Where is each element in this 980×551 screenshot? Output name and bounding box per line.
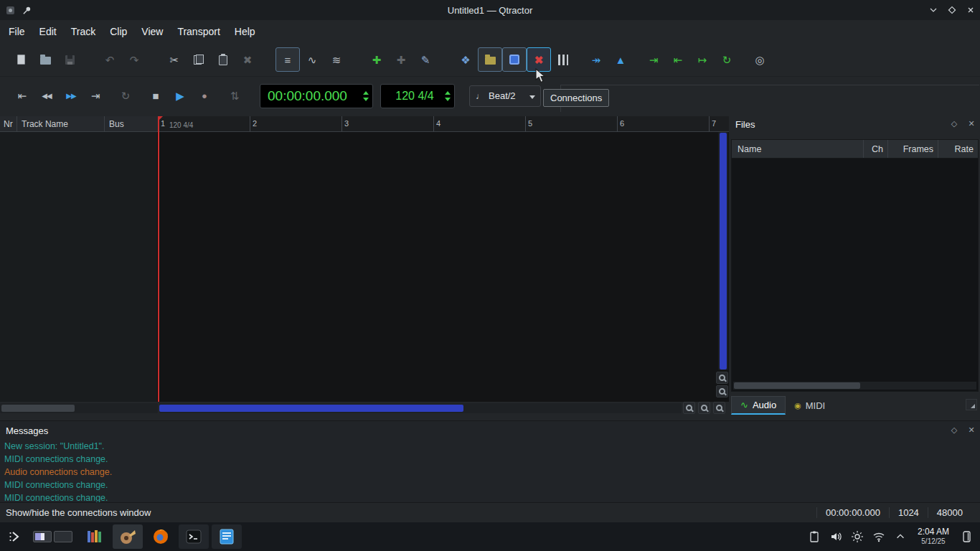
zoom-reset-button[interactable] — [713, 402, 725, 414]
track-list-hscrollbar-thumb[interactable] — [1, 405, 75, 412]
horizontal-zoom-in-button[interactable] — [698, 402, 710, 414]
view-messages-button[interactable]: ❖ — [453, 47, 478, 72]
spin-up-icon[interactable] — [445, 91, 451, 95]
night-color-tray-button[interactable] — [848, 527, 867, 546]
loop-toggle-button[interactable]: ↻ — [113, 84, 138, 108]
view-files-button[interactable] — [478, 47, 502, 72]
files-column-ch[interactable]: Ch — [863, 140, 887, 158]
task-firefox[interactable] — [146, 524, 176, 549]
snap-combobox[interactable]: ♩ Beat/2 — [469, 85, 541, 107]
vertical-zoom-out-button[interactable] — [716, 385, 728, 397]
task-konsole[interactable] — [179, 524, 209, 549]
files-hscrollbar-thumb[interactable] — [734, 382, 860, 389]
desktop-1[interactable] — [33, 531, 52, 542]
play-button[interactable]: ▶ — [168, 84, 192, 108]
track-list-hscrollbar[interactable] — [0, 403, 158, 413]
files-column-rate[interactable]: Rate — [938, 140, 978, 158]
remove-track-button[interactable]: ✚ — [389, 47, 413, 72]
expand-tray-button[interactable] — [891, 527, 910, 546]
view-connections-button[interactable]: ✖ — [527, 47, 551, 72]
column-nr[interactable]: Nr — [0, 116, 17, 131]
go-to-end-button[interactable]: ⇥ — [83, 84, 108, 108]
save-session-button[interactable] — [57, 47, 82, 72]
clock-widget[interactable]: 2:04 AM 5/12/25 — [913, 527, 954, 545]
spin-up-icon[interactable] — [363, 91, 369, 95]
record-button[interactable]: ● — [192, 84, 217, 108]
select-mode-clip-button[interactable]: ≡ — [275, 47, 300, 72]
paste-button[interactable] — [211, 47, 235, 72]
column-track-name[interactable]: Track Name — [17, 116, 105, 131]
time-spinner[interactable] — [363, 85, 369, 108]
menu-transport[interactable]: Transport — [170, 20, 227, 43]
timeline-hscrollbar-thumb[interactable] — [159, 405, 463, 412]
vertical-zoom-in-button[interactable] — [716, 372, 728, 384]
float-panel-button[interactable]: ◇ — [948, 424, 960, 435]
menu-help[interactable]: Help — [227, 20, 263, 43]
close-panel-button[interactable]: ✕ — [966, 424, 977, 435]
select-mode-rect-button[interactable]: ≋ — [324, 47, 349, 72]
stop-button[interactable]: ■ — [143, 84, 168, 108]
tempo-display[interactable]: 120 4/4 — [380, 84, 455, 108]
metronome-button[interactable]: ◎ — [748, 47, 772, 72]
column-bus[interactable]: Bus — [105, 116, 158, 131]
close-panel-button[interactable]: ✕ — [966, 118, 977, 129]
auto-backward-button[interactable]: ▲ — [608, 47, 633, 72]
cut-button[interactable]: ✂ — [162, 47, 187, 72]
redo-button[interactable]: ↷ — [122, 47, 146, 72]
maximize-button[interactable] — [944, 2, 960, 18]
time-display[interactable]: 00:00:00.000 — [260, 84, 373, 108]
loop-set-end-button[interactable]: ↦ — [690, 47, 715, 72]
menu-track[interactable]: Track — [64, 20, 103, 43]
go-to-start-button[interactable]: ⇤ — [10, 84, 34, 108]
timeline-hscrollbar[interactable] — [159, 403, 682, 413]
task-qtractor[interactable] — [113, 524, 143, 549]
close-button[interactable] — [963, 2, 979, 18]
task-text-editor[interactable] — [212, 524, 242, 549]
select-mode-range-button[interactable]: ∿ — [300, 47, 324, 72]
app-launcher-button[interactable] — [3, 524, 27, 549]
panel-settings-button[interactable] — [957, 527, 976, 546]
track-properties-button[interactable]: ✎ — [413, 47, 438, 72]
new-session-button[interactable] — [9, 47, 33, 72]
tab-audio[interactable]: ∿ Audio — [731, 396, 786, 415]
menu-file[interactable]: File — [1, 20, 32, 43]
spin-down-icon[interactable] — [445, 98, 451, 101]
fast-forward-button[interactable]: ▶▶ — [59, 84, 83, 108]
files-column-name[interactable]: Name — [732, 144, 863, 154]
desktop-2[interactable] — [54, 531, 72, 542]
track-list[interactable] — [0, 132, 158, 402]
loop-button[interactable]: ↻ — [715, 47, 739, 72]
menu-clip[interactable]: Clip — [103, 20, 134, 43]
tab-overflow-button[interactable] — [966, 399, 977, 410]
files-list-empty[interactable] — [732, 159, 978, 367]
copy-button[interactable] — [187, 47, 211, 72]
punch-set-button[interactable]: ⇥ — [641, 47, 666, 72]
virtual-desktop-pager[interactable] — [33, 531, 72, 542]
timeline-ruler[interactable]: 1 120 4/4 2 3 4 5 6 7 — [158, 116, 729, 132]
rewind-button[interactable]: ◀◀ — [34, 84, 59, 108]
clipboard-tray-button[interactable] — [805, 527, 824, 546]
menu-edit[interactable]: Edit — [32, 20, 64, 43]
undo-button[interactable]: ↶ — [98, 47, 122, 72]
minimize-button[interactable] — [925, 2, 941, 18]
open-session-button[interactable] — [33, 47, 57, 72]
view-mixer-button[interactable] — [502, 47, 527, 72]
horizontal-zoom-out-button[interactable] — [683, 402, 695, 414]
files-column-frames[interactable]: Frames — [887, 140, 938, 158]
punch-toggle-button[interactable]: ⇅ — [222, 84, 247, 108]
task-library-app[interactable] — [80, 524, 110, 549]
volume-tray-button[interactable] — [826, 527, 845, 546]
vertical-scrollbar[interactable] — [718, 132, 728, 370]
loop-set-start-button[interactable]: ⇤ — [666, 47, 690, 72]
vertical-scrollbar-thumb[interactable] — [720, 133, 727, 369]
delete-button[interactable]: ✖ — [235, 47, 260, 72]
spin-down-icon[interactable] — [363, 98, 369, 101]
add-track-button[interactable]: ✚ — [364, 47, 389, 72]
menu-view[interactable]: View — [134, 20, 170, 43]
follow-playhead-button[interactable]: ↠ — [584, 47, 608, 72]
network-tray-button[interactable] — [870, 527, 888, 546]
tempo-spinner[interactable] — [445, 85, 451, 108]
tab-midi[interactable]: ◉ MIDI — [786, 396, 834, 415]
view-meters-button[interactable] — [551, 47, 575, 72]
pin-icon[interactable] — [22, 6, 32, 15]
